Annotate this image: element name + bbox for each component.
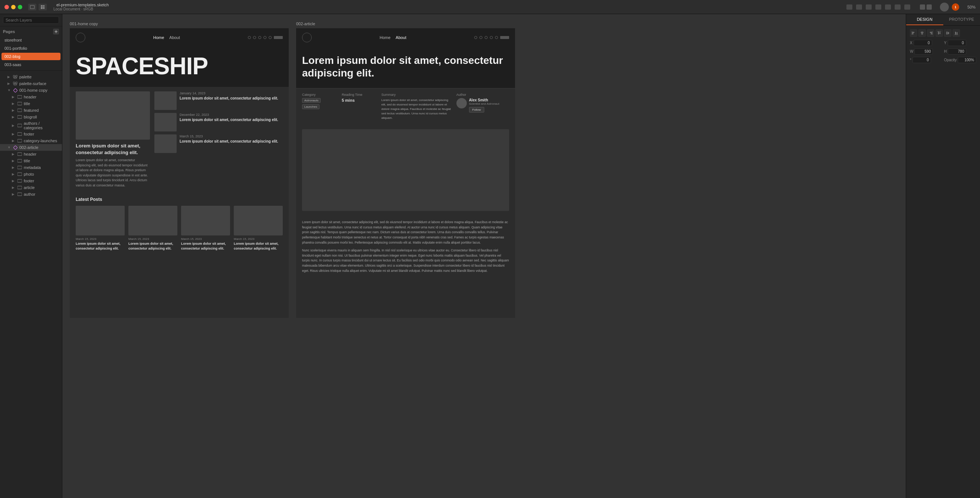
align-top-button[interactable] bbox=[935, 29, 943, 37]
toolbar-icon-preview[interactable] bbox=[875, 5, 881, 10]
article-nav-link-about[interactable]: About bbox=[396, 35, 406, 40]
page-item-saas[interactable]: 003-saas bbox=[2, 61, 60, 68]
layer-header[interactable]: ▶ header bbox=[0, 94, 62, 100]
article-nav-link-home[interactable]: Home bbox=[380, 35, 390, 40]
add-page-button[interactable]: + bbox=[53, 29, 59, 35]
tab-design[interactable]: DESIGN bbox=[906, 14, 943, 25]
opacity-value[interactable]: 100% bbox=[958, 57, 976, 63]
chevron-icon: ▶ bbox=[12, 109, 16, 112]
chevron-icon: ▶ bbox=[8, 75, 11, 79]
author-bio: Scientist and Astronaut bbox=[469, 102, 500, 105]
property-xy-row: X 0 Y 0 bbox=[910, 40, 976, 46]
svg-rect-1 bbox=[16, 75, 18, 77]
svg-rect-32 bbox=[940, 32, 940, 34]
follow-button[interactable]: Follow bbox=[469, 107, 484, 113]
h-value[interactable]: 780 bbox=[948, 48, 966, 54]
align-left-button[interactable] bbox=[910, 29, 917, 37]
rotation-value[interactable]: 0 bbox=[912, 57, 931, 63]
layer-palette[interactable]: ▶ palette bbox=[0, 73, 62, 80]
toolbar-icon-upload[interactable] bbox=[846, 5, 852, 10]
page-item-portfolio[interactable]: 001-portfolio bbox=[2, 45, 60, 52]
toolbar-icon-2[interactable] bbox=[38, 4, 47, 10]
zoom-level[interactable]: 50% bbox=[967, 5, 975, 9]
x-label: X bbox=[910, 41, 912, 45]
nav-rect bbox=[500, 36, 509, 39]
article-meta-category: Category Astronauts Launches bbox=[302, 93, 337, 120]
component-icon bbox=[13, 145, 18, 150]
latest-date: March 15, 2023 bbox=[128, 237, 177, 241]
layer-palette-label: palette bbox=[19, 75, 32, 79]
layer-authors-categories[interactable]: ▶ authors / categories bbox=[0, 120, 62, 131]
group-icon bbox=[17, 138, 22, 144]
align-bottom-button[interactable] bbox=[953, 29, 960, 37]
page-item-blog[interactable]: 002-blog bbox=[2, 53, 60, 60]
minimize-button[interactable] bbox=[11, 5, 16, 9]
layer-002-header[interactable]: ▶ header bbox=[0, 151, 62, 158]
layer-002-metadata[interactable]: ▶ metadata bbox=[0, 164, 62, 171]
opacity-label: Opacity bbox=[944, 58, 957, 62]
toolbar-icon-slice[interactable] bbox=[866, 5, 872, 10]
layer-002-footer[interactable]: ▶ footer bbox=[0, 177, 62, 184]
chevron-icon: ▶ bbox=[12, 192, 16, 196]
layer-blogroll[interactable]: ▶ blogroll bbox=[0, 113, 62, 120]
layer-header-label: header bbox=[24, 95, 37, 99]
layer-featured-label: featured bbox=[24, 108, 38, 113]
latest-title: Lorem ipsum dolor sit amet, consectetur … bbox=[128, 241, 177, 251]
x-value[interactable]: 0 bbox=[913, 40, 932, 46]
avatar[interactable] bbox=[940, 3, 949, 11]
featured-title: Lorem ipsum dolor sit amet, consectetur … bbox=[76, 143, 150, 156]
toolbar-icon-cloud[interactable] bbox=[856, 5, 862, 10]
svg-rect-39 bbox=[955, 35, 958, 35]
svg-marker-14 bbox=[13, 145, 18, 150]
layer-title[interactable]: ▶ title bbox=[0, 100, 62, 107]
toolbar-icon-grid[interactable] bbox=[885, 5, 891, 10]
nav-circle-4 bbox=[490, 36, 493, 39]
author-info: Alex Smith Scientist and Astronaut Follo… bbox=[457, 98, 509, 113]
nav-link-home[interactable]: Home bbox=[153, 35, 164, 40]
notification-badge[interactable]: 1 bbox=[952, 3, 959, 11]
close-button[interactable] bbox=[5, 5, 9, 9]
layer-category-launches[interactable]: ▶ category-launches bbox=[0, 137, 62, 144]
layer-002-author-label: author bbox=[24, 192, 35, 196]
page-item-storefront[interactable]: storefront bbox=[2, 37, 60, 44]
latest-date: March 15, 2023 bbox=[234, 237, 283, 241]
y-value[interactable]: 0 bbox=[948, 40, 966, 46]
layer-002-photo[interactable]: ▶ photo bbox=[0, 171, 62, 177]
y-label: Y bbox=[944, 41, 947, 45]
svg-rect-3 bbox=[13, 82, 15, 83]
toolbar-icon-play[interactable] bbox=[920, 5, 925, 10]
toolbar-icon-zoom[interactable] bbox=[904, 5, 910, 10]
align-center-button[interactable] bbox=[918, 29, 926, 37]
fullscreen-button[interactable] bbox=[18, 5, 22, 9]
group-icon bbox=[17, 131, 22, 137]
svg-rect-19 bbox=[18, 179, 22, 182]
latest-date: March 15, 2023 bbox=[76, 237, 125, 241]
chevron-icon: ▶ bbox=[12, 172, 16, 176]
layer-002-title[interactable]: ▶ title bbox=[0, 158, 62, 164]
align-middle-button[interactable] bbox=[944, 29, 951, 37]
nav-link-about[interactable]: About bbox=[169, 35, 180, 40]
toolbar-icon-share[interactable] bbox=[927, 5, 932, 10]
layer-002-article-group[interactable]: ▶ article bbox=[0, 184, 62, 191]
layer-palette-surface[interactable]: ▶ palette-surface bbox=[0, 80, 62, 87]
group-icon bbox=[17, 108, 22, 113]
search-input[interactable] bbox=[3, 16, 59, 24]
toolbar-icon-components[interactable] bbox=[895, 5, 900, 10]
list-title: Lorem ipsum dolor sit amet, consectetur … bbox=[180, 139, 278, 144]
svg-rect-20 bbox=[18, 186, 22, 189]
layer-featured[interactable]: ▶ featured bbox=[0, 107, 62, 113]
align-right-button[interactable] bbox=[927, 29, 934, 37]
home-nav-right bbox=[248, 36, 283, 39]
layer-footer[interactable]: ▶ footer bbox=[0, 131, 62, 137]
latest-title: Lorem ipsum dolor sit amet, consectetur … bbox=[234, 241, 283, 251]
layer-001-home-copy[interactable]: ▼ 001-home copy bbox=[0, 87, 62, 94]
latest-posts-heading: Latest Posts bbox=[76, 197, 283, 202]
chevron-icon: ▶ bbox=[12, 102, 16, 105]
svg-rect-38 bbox=[957, 32, 958, 35]
layer-002-article[interactable]: ▼ 002-article bbox=[0, 144, 62, 151]
w-value[interactable]: 590 bbox=[914, 48, 933, 54]
layer-002-author[interactable]: ▶ author bbox=[0, 191, 62, 198]
tab-prototype[interactable]: PROTOTYPE bbox=[943, 14, 980, 25]
chevron-icon: ▶ bbox=[12, 166, 16, 169]
toolbar-icon-1[interactable] bbox=[28, 4, 37, 10]
